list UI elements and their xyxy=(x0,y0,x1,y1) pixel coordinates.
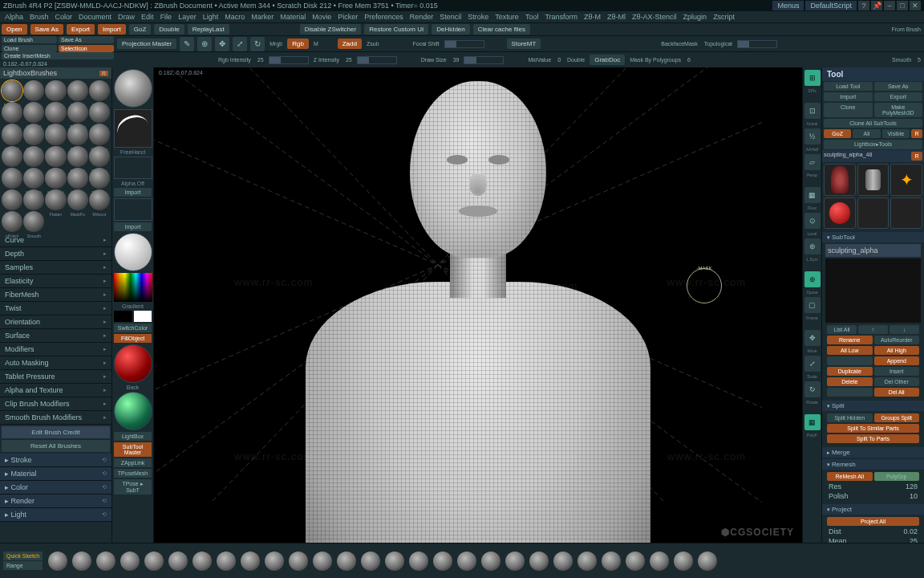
export-button[interactable]: Export xyxy=(67,24,95,35)
nav-spix[interactable]: ⊞ xyxy=(804,70,821,86)
fillobject-button[interactable]: FillObject xyxy=(114,334,152,343)
backface-label[interactable]: BackfaceMask xyxy=(659,41,699,47)
nav-local[interactable]: ⊙ xyxy=(804,213,821,229)
clone-all-subtools-button[interactable]: Clone All SubTools xyxy=(824,119,922,128)
menu-render[interactable]: Render xyxy=(410,13,434,21)
double2-label[interactable]: Double xyxy=(565,57,586,63)
goz-button[interactable]: GoZ xyxy=(129,24,152,35)
nav-polyf[interactable]: ▦ xyxy=(804,414,821,430)
menu-picker[interactable]: Picker xyxy=(338,13,358,21)
material-header[interactable]: ▸ Material⟲ xyxy=(0,467,111,481)
shelf-brush-alt_fals[interactable]: Alt_Fals xyxy=(265,552,284,571)
brush-morphbd[interactable]: MorphBd xyxy=(45,168,66,189)
zsub-label[interactable]: Zsub xyxy=(365,41,381,47)
brush-snakehk[interactable]: Snakehk xyxy=(45,102,66,123)
shelf-brush-maskpo[interactable]: MaskPo xyxy=(361,552,380,571)
samples-section[interactable]: Samples▸ xyxy=(0,261,111,275)
r2-button[interactable]: R xyxy=(911,152,922,161)
shelf-brush-npolish[interactable]: nPolish xyxy=(409,552,428,571)
shelf-brush-oxytube[interactable]: OxyTube xyxy=(192,552,212,571)
menu-color[interactable]: Color xyxy=(55,13,73,21)
shelf-brush-flatten[interactable]: Flatten xyxy=(313,552,332,571)
brush-spiral[interactable]: Spiral xyxy=(2,168,22,189)
visible-button[interactable]: Visible xyxy=(882,129,910,138)
menu-file[interactable]: File xyxy=(160,13,172,21)
all-button[interactable]: All xyxy=(853,129,880,138)
lightbox-brushes-header[interactable]: LightboxBrushes R xyxy=(0,67,111,79)
brush-npolish[interactable]: nPolish xyxy=(2,211,22,232)
brush-inflat[interactable]: Inflat xyxy=(23,146,44,167)
tposemesh-button[interactable]: TPoseMesh xyxy=(114,469,152,478)
current-brush-swatch[interactable] xyxy=(114,69,152,108)
shelf-brush-qremes[interactable]: QRemes xyxy=(481,552,500,571)
brush-modifier[interactable]: Modifier xyxy=(89,80,110,101)
close-icon[interactable]: ✕ xyxy=(910,1,921,10)
restore-ui-button[interactable]: Restore Custom UI xyxy=(364,24,428,35)
brush-move[interactable]: Move xyxy=(2,102,22,123)
brush-mascut[interactable]: MAscut xyxy=(89,189,110,210)
nav-scale[interactable]: ⤢ xyxy=(804,356,821,372)
lightbox-tools-button[interactable]: Lightbox▸Tools xyxy=(824,140,922,149)
stroke-swatch[interactable] xyxy=(114,109,152,148)
topological-label[interactable]: Topological xyxy=(703,41,734,47)
clone-button[interactable]: Clone xyxy=(2,45,57,52)
zadd-button[interactable]: Zadd xyxy=(338,39,362,49)
r-badge[interactable]: R xyxy=(99,71,108,76)
drawsize-slider[interactable] xyxy=(464,56,504,64)
tool-thumb-body[interactable] xyxy=(824,164,856,196)
polygrp-button[interactable]: PolyGrp xyxy=(874,472,920,481)
all-low-button[interactable]: All Low xyxy=(827,346,873,355)
reset-brushes-button[interactable]: Reset All Brushes xyxy=(2,440,110,452)
brush-hpolish[interactable]: hPolish xyxy=(2,146,22,167)
menu-movie[interactable]: Movie xyxy=(312,13,331,21)
menu-stencil[interactable]: Stencil xyxy=(440,13,461,21)
menu-brush[interactable]: Brush xyxy=(30,13,49,21)
alpha-swatch[interactable] xyxy=(114,157,152,179)
rgbint-slider[interactable] xyxy=(269,56,309,64)
shelf-brush-claybuild[interactable]: ClayBuild xyxy=(168,552,188,571)
loadtool-button[interactable]: Load Tool xyxy=(824,82,873,91)
menu-zθ-ml[interactable]: Zθ-Ml xyxy=(607,13,626,21)
subtool-item[interactable]: sculpting_alpha xyxy=(828,246,878,254)
arrow-down-icon[interactable]: ↓ xyxy=(890,325,919,334)
brush-smooth[interactable]: Smooth xyxy=(23,211,44,232)
brush-flatten[interactable]: Flatten xyxy=(45,189,66,210)
make-polymesh-button[interactable]: Make PolyMesh3D xyxy=(874,103,923,117)
nav-move[interactable]: ✥ xyxy=(804,330,821,346)
lightbox-button[interactable]: LightBox xyxy=(114,432,152,441)
shelf-brush-morphbd[interactable]: MorphBd xyxy=(553,552,573,571)
stroke-header[interactable]: ▸ Stroke⟲ xyxy=(0,454,111,467)
brush-npolish[interactable]: nPolish xyxy=(23,189,44,210)
split-parts-button[interactable]: Split To Parts xyxy=(827,434,919,443)
subtool-master-button[interactable]: SubTool Master xyxy=(114,442,152,457)
brush-trimdyn[interactable]: TrimDyn xyxy=(89,168,110,189)
elasticity-section[interactable]: Elasticity▸ xyxy=(0,275,111,288)
tool-thumb-6[interactable] xyxy=(890,197,922,230)
all-high-button[interactable]: All High xyxy=(874,346,920,355)
nav-actual[interactable]: ⊡ xyxy=(804,103,821,119)
shelf-brush-move el[interactable]: Move El xyxy=(72,552,91,571)
shelf-brush-layer[interactable]: Layer xyxy=(505,552,525,571)
menu-draw[interactable]: Draw xyxy=(118,13,135,21)
brush-maskpo[interactable]: MaskPo xyxy=(67,189,88,210)
split-section[interactable]: Split xyxy=(822,401,924,411)
duplicate-button[interactable]: Duplicate xyxy=(827,367,873,376)
tool-thumb-5[interactable] xyxy=(857,197,890,230)
topo-slider[interactable] xyxy=(737,40,777,48)
menu-zθ-ax-stencil[interactable]: Zθ-AX-Stencil xyxy=(632,13,677,21)
delete-button[interactable]: Delete xyxy=(827,377,873,386)
menu-zscript[interactable]: Zscript xyxy=(713,13,735,21)
shelf-brush-moupuls[interactable]: MOupuls xyxy=(337,552,356,571)
automasking-section[interactable]: Auto Masking▸ xyxy=(0,356,111,370)
menu-texture[interactable]: Texture xyxy=(495,13,519,21)
menu-edit[interactable]: Edit xyxy=(141,13,154,21)
goz-button-right[interactable]: GoZ xyxy=(824,129,851,138)
clone-tool-button[interactable]: Clone xyxy=(824,103,873,117)
menu-marker[interactable]: Marker xyxy=(251,13,274,21)
brush-maskpen[interactable]: MaskPen xyxy=(2,80,22,101)
color-swatches[interactable] xyxy=(114,311,152,322)
menu-preferences[interactable]: Preferences xyxy=(364,13,403,21)
dehidden-button[interactable]: DeHidden xyxy=(432,24,470,35)
nav-floor[interactable]: ▦ xyxy=(804,187,821,203)
shelf-brush-inflat[interactable]: Inflat xyxy=(217,552,236,571)
